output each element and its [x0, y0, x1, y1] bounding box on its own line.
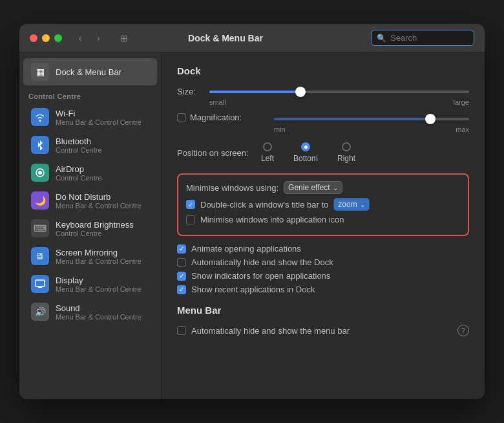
bottom-label: Bottom	[293, 154, 318, 163]
size-large-label: large	[454, 98, 469, 106]
show-recent-label: Show recent applications in Dock	[191, 285, 315, 294]
position-right[interactable]: Right	[337, 142, 355, 163]
maximize-button[interactable]	[54, 34, 62, 42]
animate-checkbox[interactable]	[177, 244, 186, 254]
do-not-disturb-label: Do Not Disturb	[56, 192, 142, 202]
help-button[interactable]: ?	[457, 325, 469, 336]
svg-point-0	[38, 171, 42, 175]
bluetooth-sublabel: Control Centre	[56, 146, 102, 154]
sidebar-item-airdrop[interactable]: AirDrop Control Centre	[23, 159, 157, 186]
right-label: Right	[337, 154, 355, 163]
search-box[interactable]: 🔍	[371, 30, 474, 46]
airdrop-sublabel: Control Centre	[56, 174, 102, 182]
sidebar-item-keyboard-brightness[interactable]: ⌨ Keyboard Brightness Control Centre	[23, 215, 157, 242]
minimise-row: Minimise windows using: Genie effect ⌄	[186, 181, 460, 194]
window-title: Dock & Menu Bar	[88, 33, 363, 43]
double-click-action-dropdown[interactable]: zoom ⌄	[333, 198, 369, 211]
left-radio[interactable]	[263, 142, 272, 151]
search-input[interactable]	[390, 33, 468, 43]
minimise-into-icon-checkbox[interactable]	[186, 215, 195, 224]
left-label: Left	[261, 154, 274, 163]
animate-row: Animate opening applications	[177, 244, 469, 254]
screen-mirroring-icon: 🖥	[31, 247, 49, 265]
mag-max-label: max	[456, 125, 469, 133]
keyboard-brightness-sublabel: Control Centre	[56, 230, 134, 237]
main-content: Dock Size: small large	[162, 52, 485, 399]
position-row: Position on screen: Left Bottom Right	[177, 142, 469, 163]
keyboard-brightness-item-text: Keyboard Brightness Control Centre	[56, 220, 134, 237]
bluetooth-label: Bluetooth	[56, 136, 102, 146]
wifi-icon	[31, 108, 49, 126]
screen-mirroring-label: Screen Mirroring	[56, 248, 142, 257]
size-label: Size:	[177, 85, 203, 96]
back-button[interactable]: ‹	[72, 30, 88, 46]
chevron-down-icon: ⌄	[360, 201, 365, 208]
display-label: Display	[56, 276, 142, 285]
position-label: Position on screen:	[177, 148, 261, 158]
display-item-text: Display Menu Bar & Control Centre	[56, 276, 142, 293]
auto-hide-label: Automatically hide and show the Dock	[191, 257, 333, 267]
do-not-disturb-sublabel: Menu Bar & Control Centre	[56, 202, 142, 210]
right-radio[interactable]	[342, 142, 351, 151]
highlighted-section: Minimise windows using: Genie effect ⌄ D…	[177, 173, 469, 236]
show-indicators-row: Show indicators for open applications	[177, 271, 469, 281]
content-area: ▦ Dock & Menu Bar Control Centre Wi-Fi M…	[19, 52, 485, 399]
svg-rect-2	[36, 280, 45, 287]
sound-item-text: Sound Menu Bar & Control Centre	[56, 303, 142, 321]
minimise-label: Minimise windows using:	[186, 183, 278, 193]
double-click-checkbox[interactable]	[186, 200, 195, 209]
sidebar-item-do-not-disturb[interactable]: 🌙 Do Not Disturb Menu Bar & Control Cent…	[23, 187, 157, 214]
position-bottom[interactable]: Bottom	[293, 142, 318, 163]
wifi-label: Wi-Fi	[56, 109, 142, 118]
sound-icon: 🔊	[31, 303, 49, 321]
traffic-lights	[30, 34, 62, 42]
minimise-effect-dropdown[interactable]: Genie effect ⌄	[284, 181, 342, 194]
screen-mirroring-item-text: Screen Mirroring Menu Bar & Control Cent…	[56, 248, 142, 265]
show-recent-checkbox[interactable]	[177, 285, 186, 294]
sidebar-item-sound[interactable]: 🔊 Sound Menu Bar & Control Centre	[23, 298, 157, 325]
magnification-slider[interactable]	[274, 113, 469, 125]
bluetooth-item-text: Bluetooth Control Centre	[56, 136, 102, 154]
double-click-row: Double-click a window's title bar to zoo…	[186, 198, 460, 211]
minimize-button[interactable]	[42, 34, 50, 42]
menu-bar-section-title: Menu Bar	[177, 305, 469, 316]
position-options: Left Bottom Right	[261, 142, 355, 163]
titlebar: ‹ › ⊞ Dock & Menu Bar 🔍	[19, 24, 485, 52]
minimise-into-icon-row: Minimise windows into application icon	[186, 215, 460, 224]
airdrop-item-text: AirDrop Control Centre	[56, 164, 102, 182]
airdrop-icon	[31, 164, 49, 182]
menu-bar-section: Menu Bar Automatically hide and show the…	[177, 305, 469, 336]
size-slider[interactable]	[209, 85, 469, 98]
do-not-disturb-item-text: Do Not Disturb Menu Bar & Control Centre	[56, 192, 142, 210]
show-indicators-checkbox[interactable]	[177, 272, 186, 281]
sidebar-item-wifi[interactable]: Wi-Fi Menu Bar & Control Centre	[23, 103, 157, 131]
show-indicators-label: Show indicators for open applications	[191, 271, 330, 281]
airdrop-label: AirDrop	[56, 164, 102, 174]
minimise-into-icon-label: Minimise windows into application icon	[200, 215, 344, 224]
screen-mirroring-sublabel: Menu Bar & Control Centre	[56, 257, 142, 265]
sidebar-item-dock-menu-bar[interactable]: ▦ Dock & Menu Bar	[23, 58, 157, 85]
auto-hide-checkbox[interactable]	[177, 258, 186, 267]
magnification-checkbox[interactable]	[177, 113, 186, 122]
magnification-label: Magnification:	[190, 113, 242, 122]
wifi-sublabel: Menu Bar & Control Centre	[56, 118, 142, 126]
sidebar: ▦ Dock & Menu Bar Control Centre Wi-Fi M…	[19, 52, 162, 399]
keyboard-brightness-label: Keyboard Brightness	[56, 220, 134, 230]
keyboard-brightness-icon: ⌨	[31, 219, 49, 237]
close-button[interactable]	[30, 34, 37, 42]
sidebar-item-screen-mirroring[interactable]: 🖥 Screen Mirroring Menu Bar & Control Ce…	[23, 243, 157, 270]
sidebar-item-bluetooth[interactable]: Bluetooth Control Centre	[23, 131, 157, 158]
auto-hide-row: Automatically hide and show the Dock	[177, 257, 469, 267]
animate-label: Animate opening applications	[191, 244, 301, 254]
bottom-radio[interactable]	[301, 142, 310, 151]
sidebar-item-label: Dock & Menu Bar	[56, 67, 121, 77]
control-centre-section-label: Control Centre	[19, 86, 161, 103]
position-left[interactable]: Left	[261, 142, 274, 163]
dock-section-title: Dock	[177, 65, 469, 76]
sidebar-item-display[interactable]: Display Menu Bar & Control Centre	[23, 270, 157, 298]
sound-label: Sound	[56, 303, 142, 313]
menu-bar-auto-hide-checkbox[interactable]	[177, 326, 186, 335]
sidebar-item-text: Dock & Menu Bar	[56, 67, 121, 77]
dock-menu-bar-icon: ▦	[31, 63, 49, 81]
size-small-label: small	[209, 98, 226, 106]
